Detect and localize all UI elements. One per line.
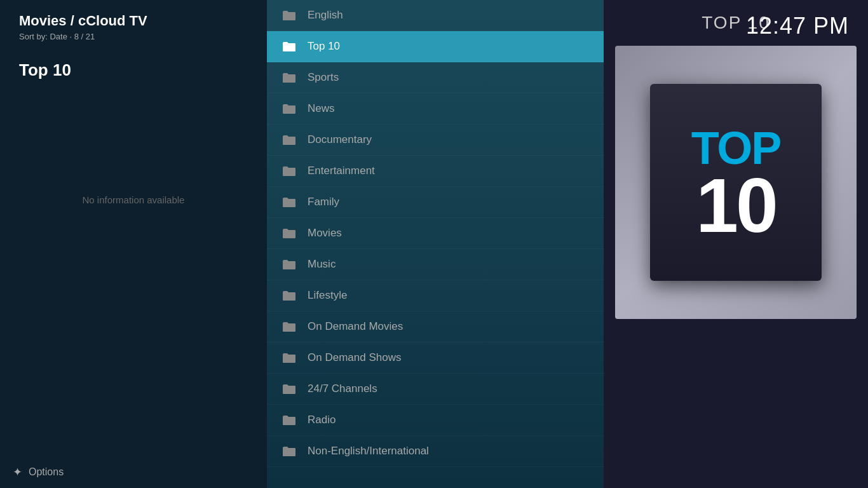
menu-item-label-non-english: Non-English/International [308, 445, 429, 458]
folder-icon [282, 383, 296, 395]
menu-item-label-news: News [308, 102, 335, 115]
menu-item-label-radio: Radio [308, 414, 336, 426]
folder-icon [282, 103, 296, 114]
sort-info: Sort by: Date · 8 / 21 [19, 32, 248, 41]
menu-item-label-lifestyle: Lifestyle [308, 289, 347, 302]
menu-item-family[interactable]: Family [267, 187, 604, 218]
menu-item-news[interactable]: News [267, 93, 604, 125]
menu-panel[interactable]: EnglishTop 10SportsNewsDocumentaryEntert… [267, 0, 604, 488]
menu-item-label-247-channels: 24/7 Channels [308, 383, 377, 395]
folder-icon [282, 196, 296, 208]
menu-item-label-sports: Sports [308, 71, 339, 84]
menu-item-label-entertainment: Entertainment [308, 165, 375, 177]
menu-item-label-family: Family [308, 196, 339, 208]
menu-item-label-on-demand-shows: On Demand Shows [308, 351, 401, 364]
menu-item-label-music: Music [308, 258, 336, 271]
menu-item-music[interactable]: Music [267, 249, 604, 280]
menu-item-label-on-demand-movies: On Demand Movies [308, 320, 403, 333]
menu-item-english[interactable]: English [267, 0, 604, 31]
menu-item-label-documentary: Documentary [308, 133, 372, 146]
folder-icon [282, 134, 296, 146]
content-title: Top 10 [19, 60, 248, 80]
folder-icon [282, 10, 296, 21]
menu-item-label-top10: Top 10 [308, 40, 340, 53]
menu-item-label-english: English [308, 9, 343, 22]
folder-icon [282, 352, 296, 363]
num-text: 10 [696, 171, 775, 240]
options-bar[interactable]: ✦ Options [0, 456, 267, 488]
folder-icon [282, 445, 296, 457]
menu-item-on-demand-movies[interactable]: On Demand Movies [267, 311, 604, 342]
clock: 12:47 PM [746, 13, 849, 39]
options-label: Options [29, 466, 64, 478]
app-title: Movies / cCloud TV [19, 13, 248, 29]
menu-item-radio[interactable]: Radio [267, 405, 604, 436]
folder-icon [282, 321, 296, 332]
menu-item-sports[interactable]: Sports [267, 62, 604, 93]
top10-graphic: Top 10 [650, 84, 822, 281]
options-icon: ✦ [13, 465, 22, 479]
preview-image-container: Top 10 [615, 46, 857, 319]
folder-icon [282, 227, 296, 239]
preview-panel: TOP 10 Top 10 [604, 0, 868, 488]
folder-icon [282, 414, 296, 426]
menu-item-documentary[interactable]: Documentary [267, 125, 604, 156]
menu-item-247-channels[interactable]: 24/7 Channels [267, 374, 604, 405]
folder-icon [282, 41, 296, 52]
left-panel: Movies / cCloud TV Sort by: Date · 8 / 2… [0, 0, 267, 488]
folder-icon [282, 72, 296, 83]
no-info-text: No information available [19, 194, 248, 205]
folder-icon [282, 259, 296, 270]
folder-icon [282, 290, 296, 301]
menu-item-non-english[interactable]: Non-English/International [267, 436, 604, 467]
menu-item-movies[interactable]: Movies [267, 218, 604, 249]
menu-item-entertainment[interactable]: Entertainment [267, 156, 604, 187]
menu-item-on-demand-shows[interactable]: On Demand Shows [267, 342, 604, 374]
menu-item-lifestyle[interactable]: Lifestyle [267, 280, 604, 311]
folder-icon [282, 165, 296, 177]
menu-item-top10[interactable]: Top 10 [267, 31, 604, 62]
menu-item-label-movies: Movies [308, 227, 342, 240]
